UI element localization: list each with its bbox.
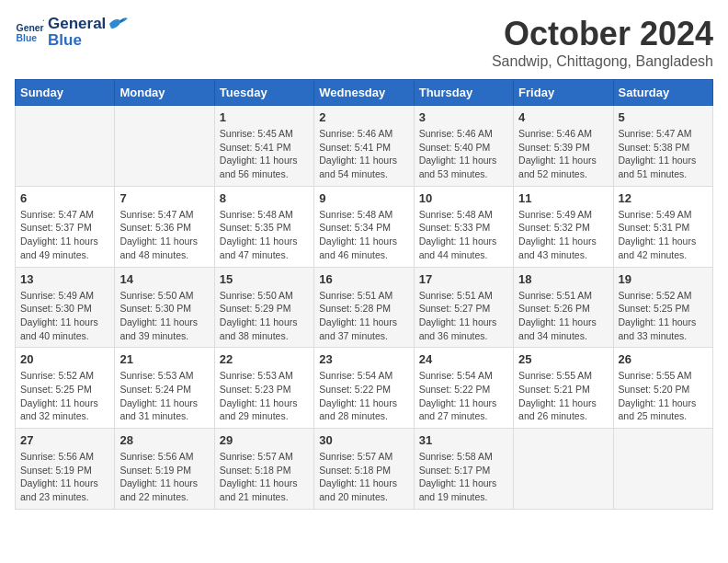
weekday-header: Sunday xyxy=(16,80,115,106)
calendar-day-cell: 23Sunrise: 5:54 AMSunset: 5:22 PMDayligh… xyxy=(314,348,414,429)
day-info: Sunrise: 5:48 AMSunset: 5:35 PMDaylight:… xyxy=(220,208,309,262)
day-number: 17 xyxy=(419,272,508,286)
svg-text:General: General xyxy=(17,23,44,33)
calendar-table: SundayMondayTuesdayWednesdayThursdayFrid… xyxy=(15,79,713,510)
day-info: Sunrise: 5:55 AMSunset: 5:20 PMDaylight:… xyxy=(619,369,708,423)
calendar-day-cell: 14Sunrise: 5:50 AMSunset: 5:30 PMDayligh… xyxy=(115,267,214,348)
day-info: Sunrise: 5:50 AMSunset: 5:29 PMDaylight:… xyxy=(220,289,309,343)
calendar-week-row: 13Sunrise: 5:49 AMSunset: 5:30 PMDayligh… xyxy=(16,267,713,348)
day-number: 29 xyxy=(220,433,309,447)
calendar-day-cell: 17Sunrise: 5:51 AMSunset: 5:27 PMDayligh… xyxy=(414,267,513,348)
weekday-header: Tuesday xyxy=(214,80,313,106)
day-info: Sunrise: 5:56 AMSunset: 5:19 PMDaylight:… xyxy=(20,450,109,504)
calendar-day-cell: 12Sunrise: 5:49 AMSunset: 5:31 PMDayligh… xyxy=(613,186,712,267)
day-info: Sunrise: 5:48 AMSunset: 5:34 PMDaylight:… xyxy=(319,208,408,262)
day-info: Sunrise: 5:46 AMSunset: 5:41 PMDaylight:… xyxy=(319,127,408,181)
day-number: 5 xyxy=(619,110,708,124)
day-info: Sunrise: 5:49 AMSunset: 5:32 PMDaylight:… xyxy=(518,208,608,262)
calendar-day-cell xyxy=(16,106,115,187)
header: General Blue General Blue October 2024 S… xyxy=(15,15,713,70)
day-info: Sunrise: 5:47 AMSunset: 5:38 PMDaylight:… xyxy=(619,127,708,181)
calendar-day-cell: 19Sunrise: 5:52 AMSunset: 5:25 PMDayligh… xyxy=(613,267,712,348)
calendar-day-cell: 8Sunrise: 5:48 AMSunset: 5:35 PMDaylight… xyxy=(214,186,313,267)
day-info: Sunrise: 5:58 AMSunset: 5:17 PMDaylight:… xyxy=(419,450,508,504)
logo: General Blue General Blue xyxy=(15,15,128,50)
day-info: Sunrise: 5:52 AMSunset: 5:25 PMDaylight:… xyxy=(20,369,109,423)
day-number: 8 xyxy=(220,191,309,205)
day-info: Sunrise: 5:46 AMSunset: 5:39 PMDaylight:… xyxy=(518,127,608,181)
page-title: October 2024 xyxy=(492,15,713,53)
weekday-header-row: SundayMondayTuesdayWednesdayThursdayFrid… xyxy=(16,80,713,106)
day-number: 31 xyxy=(419,433,508,447)
calendar-day-cell: 1Sunrise: 5:45 AMSunset: 5:41 PMDaylight… xyxy=(214,106,313,187)
calendar-week-row: 20Sunrise: 5:52 AMSunset: 5:25 PMDayligh… xyxy=(16,348,713,429)
day-number: 15 xyxy=(220,272,309,286)
day-number: 21 xyxy=(119,352,209,366)
day-info: Sunrise: 5:53 AMSunset: 5:23 PMDaylight:… xyxy=(220,369,309,423)
day-info: Sunrise: 5:49 AMSunset: 5:31 PMDaylight:… xyxy=(619,208,708,262)
day-info: Sunrise: 5:57 AMSunset: 5:18 PMDaylight:… xyxy=(319,450,408,504)
calendar-day-cell: 2Sunrise: 5:46 AMSunset: 5:41 PMDaylight… xyxy=(314,106,414,187)
title-area: October 2024 Sandwip, Chittagong, Bangla… xyxy=(492,15,713,70)
day-info: Sunrise: 5:56 AMSunset: 5:19 PMDaylight:… xyxy=(119,450,209,504)
calendar-day-cell: 20Sunrise: 5:52 AMSunset: 5:25 PMDayligh… xyxy=(16,348,115,429)
calendar-day-cell: 22Sunrise: 5:53 AMSunset: 5:23 PMDayligh… xyxy=(214,348,313,429)
calendar-day-cell: 29Sunrise: 5:57 AMSunset: 5:18 PMDayligh… xyxy=(214,429,313,510)
day-number: 30 xyxy=(319,433,408,447)
day-info: Sunrise: 5:52 AMSunset: 5:25 PMDaylight:… xyxy=(619,289,708,343)
day-number: 20 xyxy=(20,352,109,366)
day-number: 10 xyxy=(419,191,508,205)
day-number: 11 xyxy=(518,191,608,205)
calendar-day-cell xyxy=(115,106,214,187)
day-number: 1 xyxy=(220,110,309,124)
calendar-day-cell: 28Sunrise: 5:56 AMSunset: 5:19 PMDayligh… xyxy=(115,429,214,510)
day-number: 9 xyxy=(319,191,408,205)
day-number: 14 xyxy=(119,272,209,286)
calendar-week-row: 27Sunrise: 5:56 AMSunset: 5:19 PMDayligh… xyxy=(16,429,713,510)
day-number: 19 xyxy=(619,272,708,286)
day-info: Sunrise: 5:54 AMSunset: 5:22 PMDaylight:… xyxy=(319,369,408,423)
day-number: 3 xyxy=(419,110,508,124)
logo-general: General xyxy=(48,15,106,33)
day-number: 27 xyxy=(20,433,109,447)
calendar-day-cell xyxy=(613,429,712,510)
calendar-day-cell: 10Sunrise: 5:48 AMSunset: 5:33 PMDayligh… xyxy=(414,186,513,267)
svg-marker-2 xyxy=(42,19,44,22)
calendar-day-cell: 9Sunrise: 5:48 AMSunset: 5:34 PMDaylight… xyxy=(314,186,414,267)
day-number: 13 xyxy=(20,272,109,286)
logo-bird-icon xyxy=(108,16,128,32)
day-number: 16 xyxy=(319,272,408,286)
calendar-day-cell: 25Sunrise: 5:55 AMSunset: 5:21 PMDayligh… xyxy=(514,348,613,429)
logo-blue: Blue xyxy=(48,31,82,50)
calendar-week-row: 1Sunrise: 5:45 AMSunset: 5:41 PMDaylight… xyxy=(16,106,713,187)
day-number: 7 xyxy=(119,191,209,205)
day-number: 12 xyxy=(619,191,708,205)
calendar-day-cell: 27Sunrise: 5:56 AMSunset: 5:19 PMDayligh… xyxy=(16,429,115,510)
calendar-day-cell: 21Sunrise: 5:53 AMSunset: 5:24 PMDayligh… xyxy=(115,348,214,429)
day-info: Sunrise: 5:51 AMSunset: 5:27 PMDaylight:… xyxy=(419,289,508,343)
weekday-header: Wednesday xyxy=(314,80,414,106)
calendar-day-cell: 31Sunrise: 5:58 AMSunset: 5:17 PMDayligh… xyxy=(414,429,513,510)
day-number: 22 xyxy=(220,352,309,366)
calendar-day-cell: 30Sunrise: 5:57 AMSunset: 5:18 PMDayligh… xyxy=(314,429,414,510)
calendar-day-cell: 3Sunrise: 5:46 AMSunset: 5:40 PMDaylight… xyxy=(414,106,513,187)
day-info: Sunrise: 5:48 AMSunset: 5:33 PMDaylight:… xyxy=(419,208,508,262)
weekday-header: Saturday xyxy=(613,80,712,106)
calendar-day-cell: 18Sunrise: 5:51 AMSunset: 5:26 PMDayligh… xyxy=(514,267,613,348)
day-info: Sunrise: 5:50 AMSunset: 5:30 PMDaylight:… xyxy=(119,289,209,343)
calendar-week-row: 6Sunrise: 5:47 AMSunset: 5:37 PMDaylight… xyxy=(16,186,713,267)
calendar-day-cell xyxy=(514,429,613,510)
day-info: Sunrise: 5:46 AMSunset: 5:40 PMDaylight:… xyxy=(419,127,508,181)
day-number: 25 xyxy=(518,352,608,366)
calendar-day-cell: 24Sunrise: 5:54 AMSunset: 5:22 PMDayligh… xyxy=(414,348,513,429)
day-info: Sunrise: 5:54 AMSunset: 5:22 PMDaylight:… xyxy=(419,369,508,423)
day-number: 28 xyxy=(119,433,209,447)
calendar-day-cell: 6Sunrise: 5:47 AMSunset: 5:37 PMDaylight… xyxy=(16,186,115,267)
day-info: Sunrise: 5:51 AMSunset: 5:28 PMDaylight:… xyxy=(319,289,408,343)
day-info: Sunrise: 5:57 AMSunset: 5:18 PMDaylight:… xyxy=(220,450,309,504)
calendar-day-cell: 7Sunrise: 5:47 AMSunset: 5:36 PMDaylight… xyxy=(115,186,214,267)
day-number: 26 xyxy=(619,352,708,366)
weekday-header: Monday xyxy=(115,80,214,106)
day-number: 23 xyxy=(319,352,408,366)
weekday-header: Friday xyxy=(514,80,613,106)
